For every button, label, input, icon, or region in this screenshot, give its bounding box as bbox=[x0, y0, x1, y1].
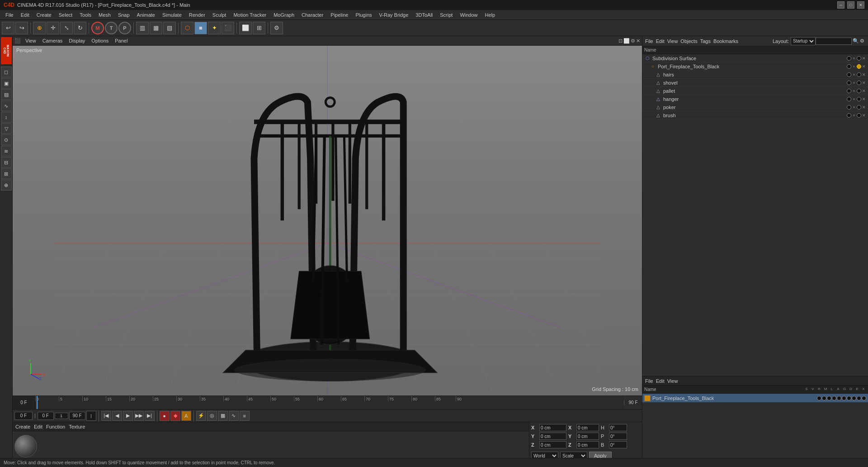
mat-dot-8[interactable] bbox=[852, 396, 856, 400]
minimize-button[interactable]: ─ bbox=[837, 1, 844, 9]
obj-row-poker[interactable]: △ poker × ✕ bbox=[642, 103, 868, 111]
redo-button[interactable]: ↪ bbox=[15, 22, 28, 34]
render-region-button[interactable]: ▥ bbox=[136, 22, 149, 34]
coord-b-val[interactable] bbox=[609, 441, 627, 448]
menu-snap[interactable]: Snap bbox=[114, 11, 133, 19]
obj-lock-s[interactable]: × bbox=[852, 81, 856, 85]
layer-button[interactable]: ≡ bbox=[240, 411, 250, 421]
obj-vis-dot-h[interactable] bbox=[847, 72, 851, 77]
obj-menu-edit[interactable]: Edit bbox=[656, 38, 665, 44]
undo-button[interactable]: ↩ bbox=[2, 22, 14, 34]
obj-mode-p[interactable]: ✕ bbox=[862, 89, 866, 93]
texture-mode-button[interactable]: T bbox=[105, 22, 118, 34]
obj-lock-pk[interactable]: × bbox=[852, 105, 856, 110]
menu-create[interactable]: Create bbox=[33, 11, 55, 19]
mat-menu-edit[interactable]: Edit bbox=[34, 424, 42, 429]
viewport-canvas[interactable]: Perspective bbox=[13, 46, 642, 396]
obj-lock-icon-2[interactable]: × bbox=[852, 64, 856, 69]
auto-key-button[interactable]: A bbox=[181, 411, 191, 421]
obj-menu-tags[interactable]: Tags bbox=[700, 38, 711, 44]
vp-icon-1[interactable]: ⊡ bbox=[618, 38, 623, 44]
coord-z-rot[interactable] bbox=[576, 441, 599, 448]
deformer-tool[interactable]: ⊟ bbox=[1, 157, 12, 168]
obj-vis-dot-pk[interactable] bbox=[847, 105, 851, 110]
mat-dot-10[interactable] bbox=[862, 396, 866, 400]
menu-simulate[interactable]: Simulate bbox=[159, 11, 185, 19]
move-button[interactable]: ✛ bbox=[47, 22, 59, 34]
obj-render-dot-h[interactable] bbox=[857, 72, 861, 77]
obj-mode-h[interactable]: ✕ bbox=[862, 72, 866, 77]
viewport-menu-view[interactable]: View bbox=[24, 38, 38, 43]
coord-y-pos[interactable] bbox=[539, 433, 566, 440]
layout-dropdown[interactable]: Startup bbox=[791, 37, 816, 45]
mat-dot-4[interactable] bbox=[832, 396, 836, 400]
layout-4view-button[interactable]: ⊞ bbox=[253, 22, 265, 34]
mat-view-menu[interactable]: View bbox=[667, 378, 678, 384]
obj-row-subdivision[interactable]: ⬡ Subdivision Surface × ✕ bbox=[642, 54, 868, 62]
obj-menu-objects[interactable]: Objects bbox=[680, 38, 697, 44]
obj-row-shovel[interactable]: △ shovel × ✕ bbox=[642, 79, 868, 87]
generator-tool[interactable]: ⊞ bbox=[1, 168, 12, 179]
model-mode-button[interactable]: M bbox=[91, 22, 104, 34]
obj-menu-file[interactable]: File bbox=[645, 38, 653, 44]
viewport-menu-panel[interactable]: Panel bbox=[113, 38, 129, 43]
spline-tool[interactable]: ∿ bbox=[1, 100, 12, 111]
select-tool[interactable]: ▤ bbox=[1, 89, 12, 100]
obj-render-dot-pk[interactable] bbox=[857, 105, 861, 110]
menu-animate[interactable]: Animate bbox=[133, 11, 159, 19]
obj-vis-dot-2[interactable] bbox=[847, 64, 851, 69]
motion-path-button[interactable]: ⚡ bbox=[196, 411, 206, 421]
menu-character[interactable]: Character bbox=[298, 11, 327, 19]
obj-mode-icon-2[interactable]: ✕ bbox=[862, 64, 866, 69]
coord-x-rot[interactable] bbox=[576, 424, 599, 431]
obj-lock-icon[interactable]: × bbox=[852, 56, 856, 61]
obj-row-hanger[interactable]: △ hanger × ✕ bbox=[642, 95, 868, 103]
play-button[interactable]: ▶ bbox=[123, 411, 133, 421]
viewport-menu-options[interactable]: Options bbox=[90, 38, 110, 43]
maximize-button[interactable]: □ bbox=[847, 1, 854, 9]
coord-h-val[interactable] bbox=[609, 424, 627, 431]
menu-script[interactable]: Script bbox=[436, 11, 456, 19]
obj-render-dot-2[interactable] bbox=[857, 64, 861, 69]
go-to-end-button[interactable]: ▶| bbox=[145, 411, 155, 421]
scale-button[interactable]: ⤡ bbox=[60, 22, 73, 34]
obj-menu-view[interactable]: View bbox=[667, 38, 678, 44]
coord-p-val[interactable] bbox=[609, 433, 627, 440]
obj-row-port-fireplace[interactable]: ○ Port_Fireplace_Tools_Black × ✕ bbox=[642, 62, 868, 71]
obj-render-dot-ha[interactable] bbox=[857, 97, 861, 101]
timeline-button[interactable]: ▦ bbox=[218, 411, 228, 421]
hair-tool[interactable]: ≋ bbox=[1, 146, 12, 157]
viewport-menu-cameras[interactable]: Cameras bbox=[41, 38, 65, 43]
obj-row-brush[interactable]: △ brush × ✕ bbox=[642, 111, 868, 119]
search-input[interactable] bbox=[816, 38, 852, 45]
menu-help[interactable]: Help bbox=[481, 11, 499, 19]
search-icon[interactable]: 🔍 bbox=[853, 38, 859, 44]
play-reverse-button[interactable]: ◀ bbox=[112, 411, 122, 421]
menu-pipeline[interactable]: Pipeline bbox=[327, 11, 352, 19]
effector-tool[interactable]: ⊕ bbox=[1, 180, 12, 191]
mat-menu-texture[interactable]: Texture bbox=[69, 424, 85, 429]
start-frame-field[interactable] bbox=[38, 412, 54, 420]
obj-row-hairs[interactable]: △ hairs × ✕ bbox=[642, 71, 868, 79]
obj-render-dot[interactable] bbox=[857, 56, 861, 61]
record-button[interactable]: ● bbox=[160, 411, 170, 421]
point-mode-button[interactable]: P bbox=[118, 22, 131, 34]
sculpt-tool[interactable]: ⊙ bbox=[1, 134, 12, 145]
mat-dot-3[interactable] bbox=[827, 396, 831, 400]
mat-dot-7[interactable] bbox=[847, 396, 851, 400]
viewport[interactable]: ⬛ View Cameras Display Options Panel ⊡ ⬜… bbox=[13, 36, 642, 396]
vp-icon-4[interactable]: ✕ bbox=[636, 38, 640, 44]
mat-menu-function[interactable]: Function bbox=[46, 424, 65, 429]
mat-dot-9[interactable] bbox=[857, 396, 861, 400]
obj-lock-p[interactable]: × bbox=[852, 89, 856, 93]
coord-y-rot[interactable] bbox=[576, 433, 599, 440]
null-object-button[interactable]: ⬡ bbox=[181, 22, 193, 34]
model-tool[interactable]: ◻ bbox=[1, 67, 12, 77]
go-to-start-button[interactable]: |◀ bbox=[101, 411, 111, 421]
menu-plugins[interactable]: Plugins bbox=[352, 11, 375, 19]
menu-vray[interactable]: V-Ray Bridge bbox=[376, 11, 412, 19]
end-frame-field[interactable] bbox=[69, 412, 85, 420]
obj-row-pallet[interactable]: △ pallet × ✕ bbox=[642, 87, 868, 95]
render-view-button[interactable]: ▦ bbox=[150, 22, 162, 34]
obj-mode-ha[interactable]: ✕ bbox=[862, 97, 866, 101]
